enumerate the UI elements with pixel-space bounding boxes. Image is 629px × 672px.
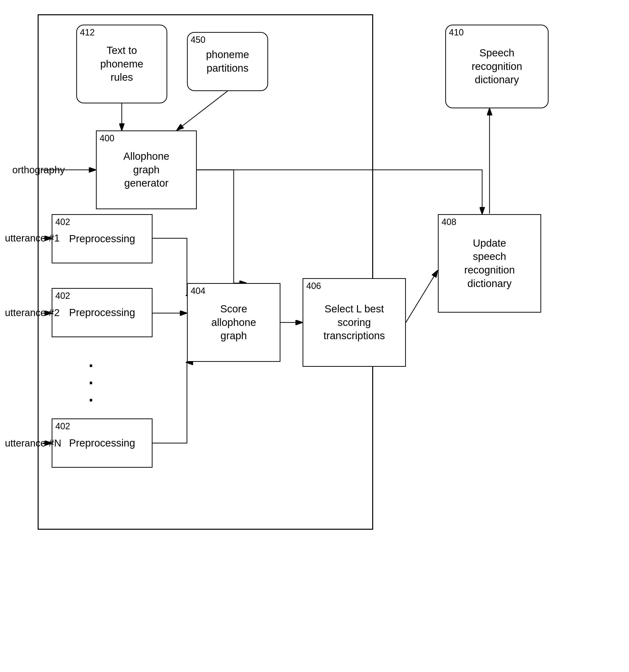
- utterance2-label: utterance #2: [5, 307, 59, 318]
- box-402c-number: 402: [55, 421, 70, 432]
- box-410-number: 410: [449, 27, 464, 38]
- diagram: 412 Text tophonemerules 450 phonemeparti…: [0, 0, 629, 672]
- box-402b-label: Preprocessing: [69, 306, 135, 319]
- orthography-label: orthography: [12, 164, 65, 175]
- box-402a-number: 402: [55, 217, 70, 227]
- box-402c-label: Preprocessing: [69, 436, 135, 450]
- dots: ···: [89, 357, 94, 409]
- box-450: 450 phonemepartitions: [187, 32, 268, 91]
- box-404-number: 404: [191, 286, 205, 296]
- box-402b: 402 Preprocessing: [52, 288, 152, 337]
- box-410-label: Speechrecognitiondictionary: [472, 46, 522, 87]
- box-412: 412 Text tophonemerules: [76, 25, 167, 103]
- box-402b-number: 402: [55, 291, 70, 301]
- box-406-label: Select L bestscoringtranscriptions: [324, 302, 385, 343]
- box-404: 404 Scoreallophonegraph: [187, 283, 280, 362]
- utterance1-label: utterance #1: [5, 233, 59, 244]
- box-410: 410 Speechrecognitiondictionary: [445, 25, 549, 108]
- box-408: 408 Updatespeechrecognitiondictionary: [438, 214, 541, 313]
- utteranceN-label: utterance #N: [5, 438, 61, 449]
- box-450-number: 450: [191, 35, 205, 45]
- box-402a: 402 Preprocessing: [52, 214, 152, 263]
- box-408-label: Updatespeechrecognitiondictionary: [464, 237, 514, 290]
- box-402a-label: Preprocessing: [69, 232, 135, 246]
- svg-line-2: [177, 91, 228, 130]
- box-450-label: phonemepartitions: [206, 48, 249, 75]
- box-400: 400 Allophonegraphgenerator: [96, 130, 197, 209]
- box-406-number: 406: [306, 281, 321, 291]
- box-400-number: 400: [100, 133, 115, 144]
- box-412-number: 412: [80, 27, 95, 38]
- box-406: 406 Select L bestscoringtranscriptions: [303, 278, 406, 367]
- box-400-label: Allophonegraphgenerator: [124, 150, 170, 190]
- svg-line-9: [406, 271, 437, 322]
- box-404-label: Scoreallophonegraph: [211, 302, 256, 343]
- box-408-number: 408: [442, 217, 456, 227]
- box-412-label: Text tophonemerules: [100, 44, 143, 84]
- box-402c: 402 Preprocessing: [52, 418, 152, 468]
